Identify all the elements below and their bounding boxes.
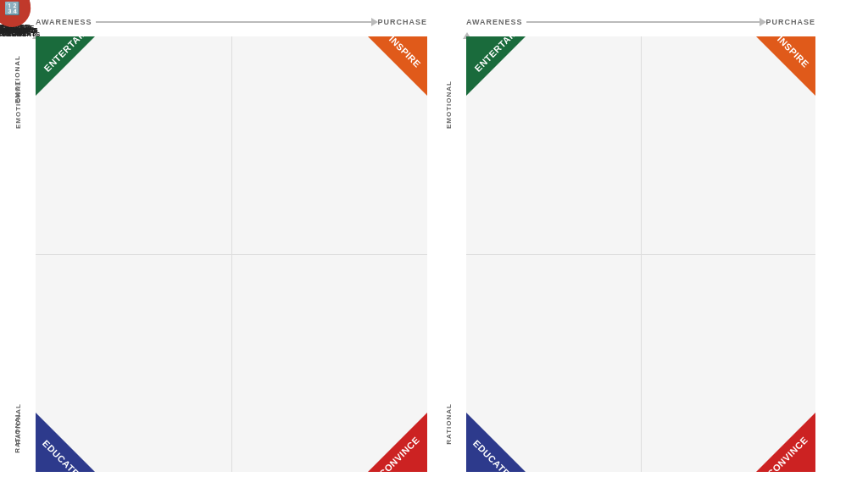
awareness-label-left: AWARENESS (36, 18, 92, 26)
right-center-h (466, 254, 815, 255)
rational-text: RATIONAL (14, 403, 22, 445)
right-rational-text: RATIONAL (445, 403, 453, 445)
right-axis-line (526, 21, 763, 23)
right-quadrant-area: ENTERTAIN INSPIRE EDUCATE CONVINCE (466, 36, 815, 472)
top-axis: AWARENESS PURCHASE (36, 18, 427, 26)
right-chart: AWARENESS PURCHASE EMOTIONAL RATIONAL EN… (442, 13, 815, 487)
right-awareness-label: AWARENESS (466, 18, 523, 26)
right-axis-arrow (760, 18, 766, 26)
quadrant-area-left: ENTERTAIN INSPIRE EDUCATE CONVINCE (36, 36, 427, 472)
item-calculations: 🔢 CALCULATIONS (0, 0, 38, 34)
calculations-label: CALCULATIONS (0, 26, 38, 33)
left-chart: AWARENESS PURCHASE EMOTIONAL RATIONAL EN… (12, 13, 427, 487)
emotional-text: EMOTIONAL (14, 80, 22, 129)
center-h-line (36, 254, 427, 255)
top-axis-line (96, 21, 375, 23)
right-emotional-text: EMOTIONAL (445, 80, 453, 129)
purchase-label-left: PURCHASE (377, 18, 427, 26)
right-top-axis: AWARENESS PURCHASE (466, 18, 815, 26)
calculations-icon: 🔢 (0, 0, 29, 25)
top-axis-arrow (371, 18, 378, 26)
right-purchase-label: PURCHASE (765, 18, 815, 26)
outer-wrapper: AWARENESS PURCHASE EMOTIONAL RATIONAL EN… (0, 0, 868, 499)
